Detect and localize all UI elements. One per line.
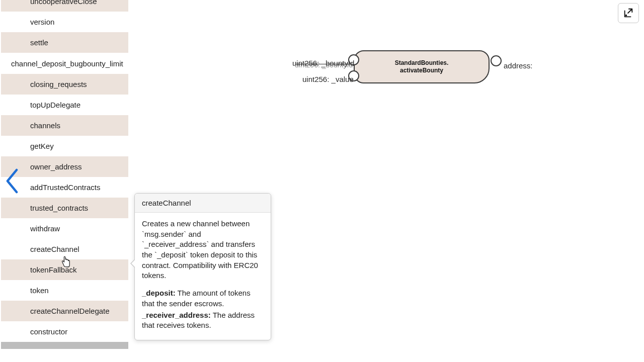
sidebar-item[interactable]: settle (1, 32, 128, 53)
sidebar-item[interactable]: tokenFallback (1, 259, 128, 280)
node-title-line2: activateBounty (400, 67, 443, 74)
sidebar-item-label: getKey (30, 142, 54, 150)
sidebar-item-label: version (30, 18, 54, 26)
sidebar-item[interactable]: createChannelDelegate (1, 301, 128, 321)
popover-param: _deposit: The amount of tokens that the … (142, 288, 264, 309)
sidebar-item-label: closing_requests (30, 80, 87, 88)
popover-title: createChannel (135, 194, 271, 213)
sidebar-group-header[interactable]: channel_deposit_bugbounty_limit (1, 53, 128, 74)
port-label: uint256: _value (302, 75, 354, 83)
sidebar-item-label: tokenFallback (30, 265, 77, 274)
popover-body: Creates a new channel between `msg.sende… (135, 213, 271, 340)
tooltip-popover: createChannel Creates a new channel betw… (134, 193, 271, 340)
group-header-label: channel_deposit_bugbounty_limit (11, 59, 123, 68)
sidebar-item-label: token (30, 286, 49, 295)
sidebar-item[interactable]: constructor (1, 321, 128, 342)
sidebar-item[interactable]: token (1, 280, 128, 301)
sidebar-item-createchannel[interactable]: createChannel (1, 239, 128, 259)
sidebar-item[interactable]: closing_requests (1, 74, 128, 95)
sidebar-scrollbar[interactable] (1, 342, 128, 349)
graph-node[interactable]: StandardBounties. activateBounty (354, 50, 490, 83)
sidebar-item-label: settle (30, 38, 48, 47)
output-port[interactable] (491, 55, 502, 66)
svg-point-0 (625, 15, 627, 17)
sidebar-item-label: addTrustedContracts (30, 183, 101, 192)
sidebar-item-label: trusted_contracts (30, 204, 88, 212)
sidebar-item-label: createChannel (30, 245, 79, 253)
node-title-line1: StandardBounties. (395, 59, 449, 67)
sidebar-item-label: withdraw (30, 224, 60, 233)
sidebar-item-label: topUpDelegate (30, 101, 80, 109)
port-label: address: (504, 61, 533, 70)
prev-arrow[interactable] (4, 168, 20, 194)
sidebar-item[interactable]: getKey (1, 136, 128, 156)
param-name: _deposit: (142, 289, 176, 297)
sidebar-item[interactable]: channels (1, 115, 128, 136)
export-icon (623, 8, 634, 19)
port-label-overlap: uint256: _bountyId (295, 61, 353, 69)
port-label-strike (295, 64, 350, 64)
param-name: _receiver_address: (142, 311, 211, 319)
sidebar-item[interactable]: trusted_contracts (1, 198, 128, 218)
sidebar: uncooperativeClose version settle channe… (1, 0, 129, 362)
popover-description: Creates a new channel between `msg.sende… (142, 219, 264, 281)
sidebar-item-label: uncooperativeClose (30, 0, 97, 6)
sidebar-item-label: owner_address (30, 162, 82, 171)
sidebar-item-label: constructor (30, 327, 67, 336)
sidebar-item-label: createChannelDelegate (30, 307, 110, 315)
sidebar-item[interactable]: topUpDelegate (1, 95, 128, 115)
export-button[interactable] (618, 3, 639, 23)
popover-param: _receiver_address: The address that rece… (142, 310, 264, 331)
sidebar-item-label: channels (30, 121, 60, 130)
sidebar-item[interactable]: withdraw (1, 218, 128, 239)
sidebar-item[interactable]: uncooperativeClose (1, 0, 128, 12)
sidebar-item[interactable]: version (1, 12, 128, 32)
